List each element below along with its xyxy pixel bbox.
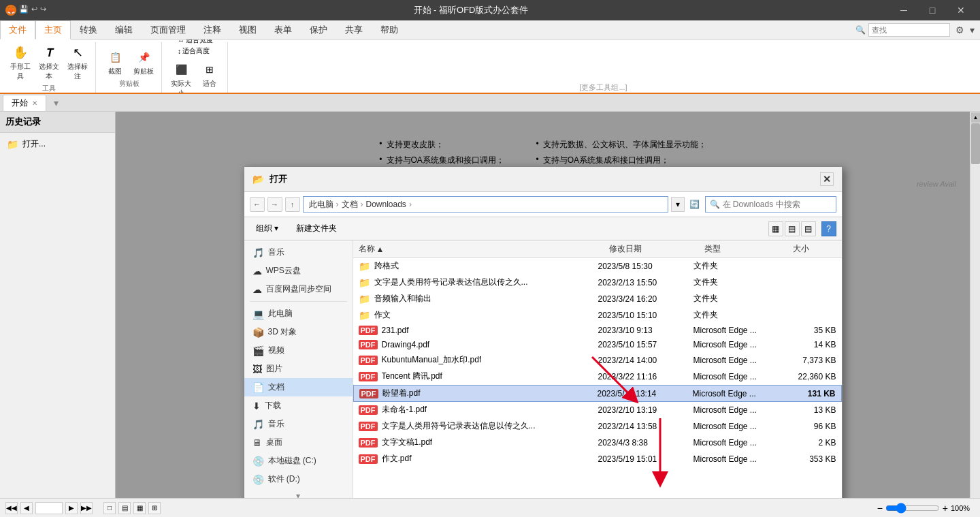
col-header-type[interactable]: 类型	[699, 240, 787, 257]
col-header-size[interactable]: 大小	[787, 240, 842, 257]
documents-icon: 📄	[252, 382, 264, 393]
fit-height-btn[interactable]: ↕ 适合高度	[178, 46, 213, 56]
up-button[interactable]: ↑	[285, 197, 300, 212]
nav-item-3d[interactable]: 📦 3D 对象	[244, 323, 353, 341]
col-header-name[interactable]: 名称 ▲	[353, 240, 604, 257]
nav-item-baidu[interactable]: ☁ 百度网盘同步空间	[244, 280, 353, 298]
file-row[interactable]: 📁音频输入和输出 2023/3/24 16:20 文件夹	[353, 291, 842, 307]
back-button[interactable]: ←	[250, 197, 265, 212]
nav-item-documents-label: 文档	[268, 381, 284, 393]
file-row[interactable]: PDF文字是人类用符号记录表达信息以传之久... 2023/2/14 13:58…	[353, 418, 842, 435]
nav-item-music2[interactable]: 🎵 音乐	[244, 415, 353, 433]
page-number-input[interactable]	[35, 502, 63, 514]
nav-item-drive-d[interactable]: 💿 软件 (D:)	[244, 470, 353, 488]
file-row[interactable]: PDFKubuntuManual_加水印.pdf 2023/2/14 14:00…	[353, 352, 842, 369]
new-tab-button[interactable]: ▾	[49, 95, 63, 111]
clipboard-btn[interactable]: 📌 剪贴板	[130, 46, 157, 78]
clipboard-group-label: 剪贴板	[119, 79, 140, 89]
address-path[interactable]: 此电脑 › 文档 › Downloads ›	[303, 196, 668, 213]
search-box[interactable]: 🔍	[705, 196, 836, 213]
forward-button[interactable]: →	[267, 197, 282, 212]
address-dropdown-btn[interactable]: ▾	[671, 197, 685, 212]
nav-item-downloads[interactable]: ⬇ 下载	[244, 396, 353, 415]
tab-share[interactable]: 共享	[336, 20, 372, 39]
search-input[interactable]	[723, 200, 832, 209]
select-annot-btn[interactable]: ↖ 选择标注	[64, 42, 91, 82]
col-header-date[interactable]: 修改日期	[604, 240, 699, 257]
tab-annotate[interactable]: 注释	[195, 20, 230, 39]
save-icon[interactable]: 💾	[19, 5, 29, 16]
file-row[interactable]: PDF未命名-1.pdf 2023/2/10 13:19 Microsoft E…	[353, 402, 842, 418]
continuous-btn[interactable]: ▤	[118, 502, 131, 514]
zoom-bar: − + 100%	[877, 503, 975, 514]
refresh-button[interactable]: 🔄	[687, 197, 702, 212]
file-row[interactable]: PDF文字文稿1.pdf 2023/4/3 8:38 Microsoft Edg…	[353, 435, 842, 451]
settings-icon[interactable]: ⚙	[953, 25, 967, 35]
view-icons: ▦ ▤ ▤	[768, 221, 816, 236]
right-scrollbar[interactable]: ▲	[970, 112, 980, 498]
zoom-minus-btn[interactable]: −	[877, 503, 883, 514]
last-page-btn[interactable]: ▶▶	[80, 502, 93, 514]
actual-size-btn[interactable]: ⬛ 实际大小	[167, 59, 195, 94]
scroll-up-btn[interactable]: ▲	[971, 112, 980, 123]
nav-item-video[interactable]: 🎬 视频	[244, 341, 353, 360]
ribbon-search-input[interactable]	[868, 23, 950, 37]
first-page-btn[interactable]: ◀◀	[5, 502, 18, 514]
single-page-btn[interactable]: □	[103, 502, 116, 514]
tab-protect[interactable]: 保护	[301, 20, 336, 39]
maximize-button[interactable]: □	[919, 0, 946, 20]
hand-tool-btn[interactable]: ✋ 手形工具	[7, 42, 34, 82]
file-row[interactable]: 📁作文 2023/5/10 15:10 文件夹	[353, 307, 842, 324]
scroll-thumb[interactable]	[971, 123, 980, 164]
col-type-label: 类型	[704, 243, 721, 255]
nav-item-music[interactable]: 🎵 音乐	[244, 243, 353, 262]
minimize-button[interactable]: ─	[890, 0, 917, 20]
tab-form[interactable]: 表单	[265, 20, 301, 39]
tab-home[interactable]: 主页	[35, 20, 71, 40]
nav-item-drive-c[interactable]: 💿 本地磁盘 (C:)	[244, 452, 353, 470]
view-list-btn[interactable]: ▤	[785, 221, 800, 236]
new-folder-button[interactable]: 新建文件夹	[290, 220, 343, 237]
dialog-close-button[interactable]: ✕	[820, 172, 834, 186]
view-details-btn[interactable]: ▤	[801, 221, 816, 236]
file-row[interactable]: 📁跨格式 2023/5/8 15:30 文件夹	[353, 258, 842, 275]
select-text-btn[interactable]: 𝙏 选择文本	[35, 42, 63, 82]
tab-view[interactable]: 视图	[230, 20, 265, 39]
help-icon-btn[interactable]: ?	[821, 221, 836, 236]
nav-item-documents[interactable]: 📄 文档	[244, 378, 353, 396]
file-row[interactable]: 📁文字是人类用符号记录表达信息以传之久... 2023/2/13 15:50 文…	[353, 275, 842, 291]
zoom-slider[interactable]	[885, 503, 940, 514]
doc-tab-start[interactable]: 开始 ✕	[3, 95, 46, 111]
file-row[interactable]: PDF作文.pdf 2023/5/19 15:01 Microsoft Edge…	[353, 451, 842, 467]
fit-width-btn[interactable]: ↔ 适合宽度	[178, 40, 213, 45]
file-row[interactable]: PDFDrawing4.pdf 2023/5/10 15:57 Microsof…	[353, 338, 842, 352]
organize-button[interactable]: 组织 ▾	[250, 220, 284, 237]
tab-file[interactable]: 文件	[0, 20, 35, 40]
close-button[interactable]: ✕	[947, 0, 975, 20]
view-toggle-btn[interactable]: ▦	[768, 221, 783, 236]
next-page-btn[interactable]: ▶	[65, 502, 78, 514]
ribbon-expand-icon[interactable]: ▾	[970, 25, 975, 35]
file-type: Microsoft Edge ...	[693, 389, 781, 398]
file-row[interactable]: PDF231.pdf 2023/3/10 9:13 Microsoft Edge…	[353, 324, 842, 338]
screenshot-btn[interactable]: 📋 截图	[101, 46, 129, 78]
fit-btn[interactable]: ⊞ 适合	[196, 59, 223, 94]
tab-convert[interactable]: 转换	[71, 20, 106, 39]
prev-page-btn[interactable]: ◀	[20, 502, 33, 514]
two-page-btn[interactable]: ▦	[133, 502, 146, 514]
tab-page-manage[interactable]: 页面管理	[142, 20, 195, 39]
nav-item-pictures[interactable]: 🖼 图片	[244, 360, 353, 378]
undo-icon[interactable]: ↩	[31, 5, 37, 16]
nav-item-pc[interactable]: 💻 此电脑	[244, 304, 353, 323]
file-row-selected[interactable]: PDF盼望着.pdf 2023/5/17 13:14 Microsoft Edg…	[353, 385, 842, 402]
spread-btn[interactable]: ⊞	[148, 502, 161, 514]
nav-item-wps[interactable]: ☁ WPS云盘	[244, 262, 353, 280]
doc-tab-close[interactable]: ✕	[32, 99, 37, 107]
zoom-plus-btn[interactable]: +	[943, 503, 948, 514]
tab-help[interactable]: 帮助	[372, 20, 407, 39]
nav-item-desktop[interactable]: 🖥 桌面	[244, 433, 353, 452]
redo-icon[interactable]: ↪	[40, 5, 46, 16]
tab-edit[interactable]: 编辑	[106, 20, 142, 39]
file-row[interactable]: PDFTencent 腾讯.pdf 2023/3/22 11:16 Micros…	[353, 369, 842, 385]
history-item-open[interactable]: 📁 打开...	[0, 133, 115, 155]
